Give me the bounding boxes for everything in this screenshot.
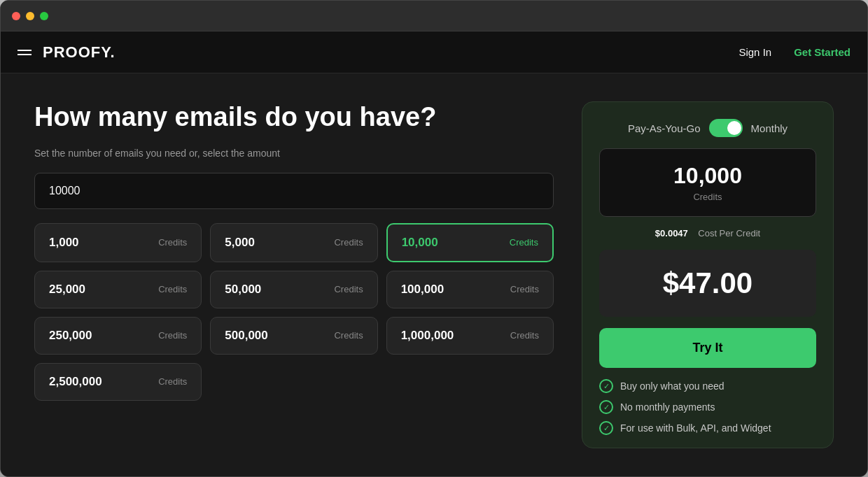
feature-item-3: ✓ For use with Bulk, API, and Widget — [599, 421, 816, 435]
credits-grid: 1,000 Credits 5,000 Credits 10,000 Credi… — [34, 223, 554, 401]
feature-item-1: ✓ Buy only what you need — [599, 379, 816, 393]
logo: PROOFY. — [43, 43, 115, 62]
credit-option-1000[interactable]: 1,000 Credits — [34, 223, 202, 262]
cost-value: $0.0047 — [655, 228, 688, 239]
price-display: $47.00 — [599, 250, 816, 317]
feature-label-1: Buy only what you need — [620, 380, 724, 392]
price-amount: $47.00 — [616, 266, 799, 300]
browser-window: PROOFY. Sign In Get Started How many ema… — [0, 0, 868, 477]
credit-option-50000[interactable]: 50,000 Credits — [210, 271, 377, 308]
main-content: How many emails do you have? Set the num… — [1, 73, 867, 476]
email-count-input[interactable] — [34, 173, 554, 209]
credit-option-100000[interactable]: 100,000 Credits — [386, 271, 554, 308]
credit-option-1000000[interactable]: 1,000,000 Credits — [386, 317, 554, 355]
cost-label: Cost Per Credit — [698, 228, 760, 239]
cost-per-credit: $0.0047 Cost Per Credit — [599, 228, 816, 239]
toggle-thumb — [727, 121, 741, 135]
get-started-link[interactable]: Get Started — [794, 46, 850, 58]
credit-option-500000[interactable]: 500,000 Credits — [210, 317, 377, 355]
check-icon-2: ✓ — [599, 400, 613, 414]
toggle-track — [709, 119, 743, 137]
pricing-panel: Pay-As-You-Go Monthly 10,000 Credits $0.… — [582, 101, 834, 448]
traffic-light-green[interactable] — [40, 12, 48, 20]
check-icon-3: ✓ — [599, 421, 613, 435]
feature-label-2: No monthly payments — [620, 401, 715, 413]
credit-option-25000[interactable]: 25,000 Credits — [34, 271, 202, 308]
traffic-light-yellow[interactable] — [26, 12, 34, 20]
credit-option-2500000[interactable]: 2,500,000 Credits — [34, 363, 202, 401]
hamburger-icon[interactable] — [18, 50, 31, 55]
features-list: ✓ Buy only what you need ✓ No monthly pa… — [599, 379, 816, 435]
billing-toggle: Pay-As-You-Go Monthly — [599, 119, 816, 137]
credits-label: Credits — [614, 192, 802, 202]
page-subheading: Set the number of emails you need or, se… — [34, 148, 554, 159]
credit-option-10000[interactable]: 10,000 Credits — [386, 223, 554, 262]
navbar: PROOFY. Sign In Get Started — [1, 31, 867, 73]
try-it-button[interactable]: Try It — [599, 328, 816, 368]
navbar-right: Sign In Get Started — [738, 46, 850, 58]
credits-count: 10,000 — [614, 163, 802, 189]
credits-display: 10,000 Credits — [599, 148, 816, 217]
page-title: How many emails do you have? — [34, 101, 554, 134]
billing-toggle-switch[interactable] — [709, 119, 743, 137]
browser-chrome — [1, 1, 867, 31]
left-panel: How many emails do you have? Set the num… — [34, 101, 554, 448]
traffic-light-red[interactable] — [12, 12, 20, 20]
check-icon-1: ✓ — [599, 379, 613, 393]
monthly-label: Monthly — [751, 122, 788, 134]
pay-as-you-go-label: Pay-As-You-Go — [628, 122, 701, 134]
signin-link[interactable]: Sign In — [738, 46, 771, 58]
credit-option-5000[interactable]: 5,000 Credits — [210, 223, 377, 262]
navbar-left: PROOFY. — [18, 43, 115, 62]
feature-item-2: ✓ No monthly payments — [599, 400, 816, 414]
feature-label-3: For use with Bulk, API, and Widget — [620, 422, 771, 434]
credit-option-250000[interactable]: 250,000 Credits — [34, 317, 202, 355]
